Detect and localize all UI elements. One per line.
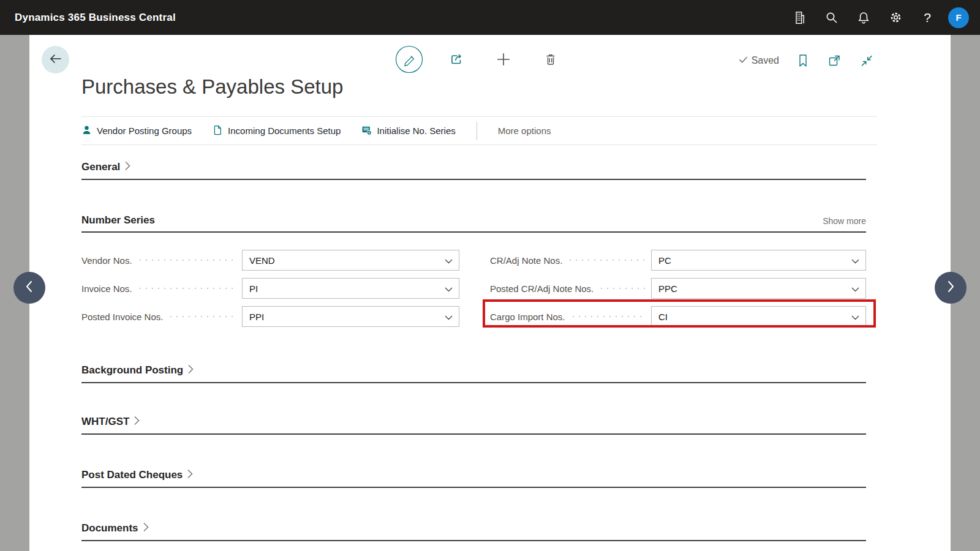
plus-icon <box>496 51 511 70</box>
field-value: PI <box>249 283 258 294</box>
company-button[interactable] <box>784 0 816 35</box>
share-icon <box>448 51 464 70</box>
section-title: General <box>81 161 120 173</box>
field-value: PPC <box>658 283 677 294</box>
person-icon <box>81 125 92 137</box>
action-label: Incoming Documents Setup <box>228 126 341 136</box>
new-button[interactable] <box>490 47 517 74</box>
field-label: CR/Adj Note Nos. <box>490 255 562 266</box>
field-value: VEND <box>249 255 275 266</box>
collapse-window-icon[interactable] <box>859 53 874 68</box>
section-number-series: Number Series Show more <box>81 214 866 233</box>
bell-icon <box>856 10 871 25</box>
dotted-leader <box>140 288 236 289</box>
invoice-nos-select[interactable]: PI <box>242 278 459 299</box>
section-general-header[interactable]: General <box>81 160 866 179</box>
dotted-leader <box>170 316 236 317</box>
section-documents-header[interactable]: Documents <box>81 522 866 540</box>
command-icons <box>396 47 564 74</box>
field-value: CI <box>658 312 668 322</box>
chevron-right-icon <box>142 522 149 535</box>
cr-adj-note-nos-select[interactable]: PC <box>651 250 866 271</box>
top-app-bar: Dynamics 365 Business Central <box>0 0 980 35</box>
section-documents: Documents <box>81 522 866 541</box>
chevron-down-icon <box>445 283 453 294</box>
page-action-bar: Vendor Posting Groups Incoming Documents… <box>81 116 877 145</box>
section-wht-gst: WHT/GST <box>81 415 866 435</box>
action-label: Initialise No. Series <box>377 126 455 136</box>
chevron-right-icon <box>186 468 194 482</box>
number-series-icon <box>361 125 372 137</box>
gear-icon <box>888 10 903 25</box>
dotted-leader <box>573 316 645 317</box>
help-button[interactable]: ? <box>911 0 943 35</box>
previous-record-button[interactable] <box>13 272 45 304</box>
incoming-documents-setup-action[interactable]: Incoming Documents Setup <box>213 125 341 137</box>
chevron-down-icon <box>851 255 859 266</box>
section-number-series-header[interactable]: Number Series <box>81 214 866 231</box>
notifications-button[interactable] <box>848 0 880 35</box>
cargo-import-nos-select[interactable]: CI <box>651 306 866 327</box>
action-label: Vendor Posting Groups <box>97 126 192 136</box>
vendor-nos-select[interactable]: VEND <box>242 250 459 271</box>
section-general: General <box>81 160 866 180</box>
section-title: Post Dated Cheques <box>81 469 183 481</box>
settings-button[interactable] <box>880 0 911 35</box>
dotted-leader <box>140 260 236 261</box>
edit-button[interactable] <box>396 47 423 74</box>
section-post-dated-cheques: Post Dated Cheques <box>81 468 866 488</box>
document-icon <box>213 125 223 137</box>
field-posted-cr-adj-note-nos: Posted CR/Adj Note Nos. PPC <box>490 274 866 302</box>
field-label: Vendor Nos. <box>81 255 132 266</box>
field-label: Cargo Import Nos. <box>490 312 565 322</box>
page-title: Purchases & Payables Setup <box>81 75 343 99</box>
initialise-no-series-action[interactable]: Initialise No. Series <box>361 125 455 137</box>
field-value: PPI <box>249 312 264 322</box>
back-arrow-icon <box>48 51 63 69</box>
save-status-label: Saved <box>752 55 779 66</box>
field-cargo-import-nos: Cargo Import Nos. CI <box>490 302 866 331</box>
bookmark-button[interactable] <box>797 54 809 67</box>
dotted-leader <box>601 288 645 289</box>
section-background-posting-header[interactable]: Background Posting <box>81 364 866 382</box>
building-icon <box>792 10 808 26</box>
chevron-down-icon <box>851 312 859 322</box>
field-posted-invoice-nos: Posted Invoice Nos. PPI <box>81 302 459 331</box>
search-icon <box>824 10 839 25</box>
chevron-left-icon <box>23 279 36 297</box>
open-in-new-window-button[interactable] <box>827 53 842 68</box>
field-label: Posted CR/Adj Note Nos. <box>490 283 594 294</box>
chevron-right-icon <box>944 279 957 297</box>
delete-button[interactable] <box>537 47 564 74</box>
section-post-dated-cheques-header[interactable]: Post Dated Cheques <box>81 468 866 487</box>
save-status: Saved <box>738 54 779 67</box>
section-title: Background Posting <box>81 364 183 377</box>
back-button[interactable] <box>42 46 69 73</box>
action-bar-divider <box>477 122 477 140</box>
app-title: Dynamics 365 Business Central <box>15 12 176 24</box>
search-button[interactable] <box>816 0 848 35</box>
dotted-leader <box>570 260 645 261</box>
check-icon <box>738 54 748 67</box>
next-record-button[interactable] <box>935 272 967 304</box>
posted-cr-adj-note-nos-select[interactable]: PPC <box>651 278 866 299</box>
vendor-posting-groups-action[interactable]: Vendor Posting Groups <box>81 125 192 137</box>
trash-icon <box>543 52 558 69</box>
section-background-posting: Background Posting <box>81 364 866 383</box>
more-options-button[interactable]: More options <box>498 126 551 136</box>
section-wht-gst-header[interactable]: WHT/GST <box>81 415 866 433</box>
pencil-icon <box>395 45 423 76</box>
show-more-link[interactable]: Show more <box>823 216 866 226</box>
number-series-fields: Vendor Nos. VEND CR/Adj Note Nos. PC Inv… <box>81 246 866 331</box>
field-vendor-nos: Vendor Nos. VEND <box>81 246 459 274</box>
chevron-down-icon <box>445 255 453 266</box>
chevron-right-icon <box>187 364 194 377</box>
avatar[interactable]: F <box>948 7 969 28</box>
section-title: Documents <box>81 522 138 534</box>
share-button[interactable] <box>443 47 470 74</box>
section-title: WHT/GST <box>81 416 129 428</box>
field-label: Invoice Nos. <box>81 283 132 294</box>
help-icon: ? <box>924 10 931 25</box>
posted-invoice-nos-select[interactable]: PPI <box>242 306 459 327</box>
field-cr-adj-note-nos: CR/Adj Note Nos. PC <box>490 246 866 274</box>
